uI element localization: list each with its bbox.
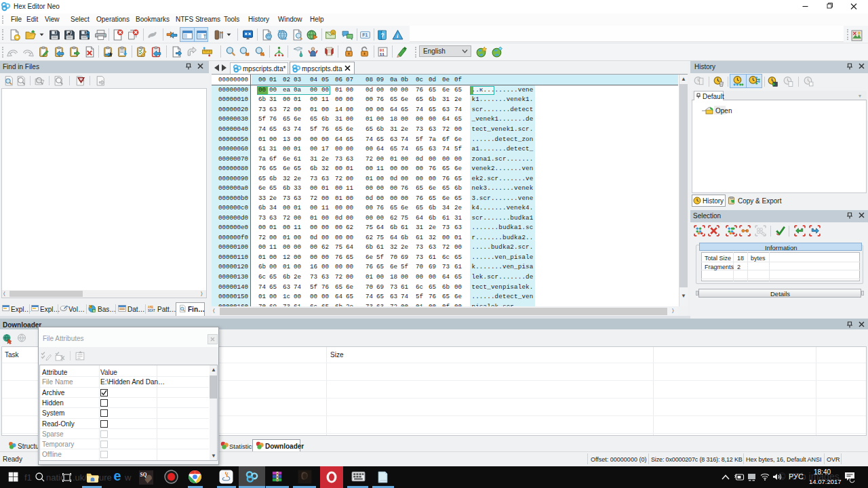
svg-text:11: 11 [380, 52, 384, 57]
svg-text:SCAT: SCAT [148, 309, 155, 312]
svg-text:T: T [203, 33, 207, 39]
svg-text:H: H [90, 306, 92, 308]
svg-text:?: ? [380, 32, 384, 39]
svg-text:SQ: SQ [140, 472, 147, 478]
svg-text:F1: F1 [362, 33, 368, 37]
svg-text:e: e [113, 468, 121, 483]
svg-text:NFS: NFS [79, 79, 85, 82]
svg-text:D: D [93, 310, 95, 312]
